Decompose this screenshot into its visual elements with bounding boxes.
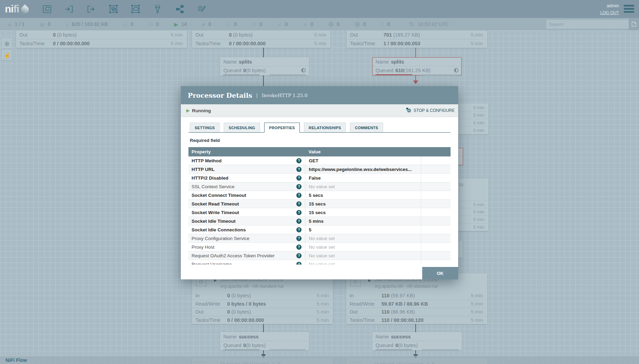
status-item: ? 0 <box>381 21 390 27</box>
status-item: ⊘ 0 <box>149 21 159 27</box>
not-transmitting-icon: ⊘ <box>149 22 153 27</box>
help-icon[interactable]: ? <box>296 236 302 241</box>
status-item: ✔ 0 <box>278 21 288 27</box>
dialog-title: Processor Details <box>188 92 252 99</box>
user-area: admin LOG OUT <box>600 2 619 16</box>
processor-stats-fragment[interactable]: Out 0 (0 bytes) 5 min Tasks/Time 0 / 00:… <box>192 30 330 48</box>
active-threads-icon: ▦ <box>40 22 45 27</box>
droplet-icon <box>19 4 30 15</box>
current-user: admin <box>607 3 619 8</box>
help-icon[interactable]: ? <box>296 245 302 250</box>
status-item: ↑ 0 <box>328 21 340 27</box>
help-icon[interactable]: ? <box>296 175 302 181</box>
gear-icon <box>406 108 412 113</box>
queued-icon: ≡ <box>66 22 69 27</box>
dialog-tabs: SETTINGS SCHEDULING PROPERTIES RELATIONS… <box>188 123 451 133</box>
connection-line[interactable] <box>415 350 416 354</box>
up-to-date-icon: ✔ <box>278 22 282 27</box>
invalid-icon: ⚠ <box>226 22 231 27</box>
running-icon: ▶ <box>174 22 178 27</box>
connection-line[interactable] <box>263 48 264 57</box>
remote-process-group-icon[interactable] <box>130 3 141 15</box>
column-extra <box>421 147 451 156</box>
bulletin-board-button[interactable] <box>629 18 639 30</box>
property-row: Socket Idle Timeout ? 5 mins <box>188 217 451 226</box>
tab[interactable]: COMMENTS <box>350 123 383 133</box>
logout-link[interactable]: LOG OUT <box>600 9 619 16</box>
help-icon[interactable]: ? <box>296 253 302 258</box>
column-value: Value <box>305 147 421 156</box>
connection-label-splits-alert[interactable]: Namesplits Queued610 (161.25 KB) <box>372 57 462 75</box>
nifi-logo: nifi <box>5 3 29 15</box>
tab[interactable]: RELATIONSHIPS <box>304 123 346 133</box>
navigate-palette-button[interactable]: ◎ <box>2 39 12 48</box>
stale-icon: ↑ <box>328 22 334 27</box>
search-input[interactable] <box>546 20 629 29</box>
status-item: ◎ 0 <box>123 21 133 27</box>
connection-line[interactable] <box>263 324 264 332</box>
flow-status-bar: ◈ 1 / 1 ▦ 0 ≡ 620 / 163.82 KB ◎ 0 <box>0 18 639 30</box>
run-state: ▶ Running <box>186 108 211 113</box>
processor-jolttransformjson-right[interactable]: ⟳ ▶ JoltTransformJSON 1.25.0 org.apache.… <box>346 274 487 324</box>
help-icon[interactable]: ? <box>296 219 302 224</box>
connection-label-splits[interactable]: Namesplits Queued0 (0 bytes) <box>220 57 309 75</box>
sync-failure-icon: ? <box>381 22 384 27</box>
tab[interactable]: SCHEDULING <box>224 123 260 133</box>
stop-and-configure-button[interactable]: STOP & CONFIGURE <box>406 108 455 113</box>
help-icon[interactable]: ? <box>296 227 302 232</box>
property-row: HTTP Method ? GET <box>188 156 451 165</box>
connection-arrow <box>413 80 418 84</box>
help-icon[interactable]: ? <box>296 201 302 207</box>
help-icon[interactable]: ? <box>296 158 302 163</box>
template-icon[interactable] <box>174 3 186 15</box>
help-icon[interactable]: ? <box>296 184 302 189</box>
status-item: ▶ 14 <box>174 21 187 27</box>
processor-icon[interactable] <box>41 3 53 15</box>
status-item: ▦ 0 <box>40 21 50 27</box>
status-item: ↯ 0 <box>252 21 262 27</box>
connection-line[interactable] <box>263 75 264 86</box>
connection-line[interactable] <box>415 75 416 80</box>
connection-label-fragment[interactable] <box>458 242 462 258</box>
processor-stats-fragment[interactable]: Out 701 (185.27 KB) 5 min Tasks/Time 1 /… <box>347 30 487 48</box>
processor-jolttransformjson-left[interactable]: ⟳ ▶ JoltTransformJSON 1.25.0 org.apache.… <box>192 274 333 324</box>
tab[interactable]: SETTINGS <box>190 123 220 133</box>
funnel-icon[interactable] <box>152 3 164 15</box>
connection-line[interactable] <box>263 350 264 354</box>
process-group-icon[interactable] <box>108 3 119 15</box>
input-port-icon[interactable] <box>63 3 75 15</box>
help-icon[interactable]: ? <box>296 262 302 265</box>
property-row: Socket Idle Connections ? 5 <box>188 226 451 234</box>
dialog-status-row: ▶ Running STOP & CONFIGURE <box>181 104 458 117</box>
help-icon[interactable]: ? <box>296 167 302 172</box>
property-row: SSL Context Service ? No value set <box>188 182 451 191</box>
breadcrumb: NiFi Flow <box>0 356 639 364</box>
locally-modified-stale-icon: ! <box>355 22 360 27</box>
help-icon[interactable]: ? <box>296 193 302 198</box>
last-refreshed-time: 16:52:42 UTC <box>418 21 449 27</box>
connection-line[interactable] <box>415 48 416 57</box>
status-item: ◈ 1 / 1 <box>8 21 25 27</box>
clustered-nodes-icon: ◈ <box>8 22 12 27</box>
processor-stats-fragment[interactable]: 5 min 5 min 5 min 5 min <box>458 104 488 134</box>
status-item: ∗ 0 <box>303 21 313 27</box>
ok-button[interactable]: OK <box>422 267 458 279</box>
property-row: Proxy Configuration Service ? No value s… <box>188 234 451 243</box>
processor-fragment[interactable]: ta 5 min 5 min 5 min 5 min <box>458 179 488 231</box>
property-row: HTTP URL ? https://www.pegelonline.wsv.d… <box>188 165 451 174</box>
label-icon[interactable] <box>196 3 208 15</box>
processor-details-dialog: Processor Details | InvokeHTTP 1.25.0 ▶ … <box>181 86 458 279</box>
refresh-icon[interactable]: ↻ <box>409 21 414 28</box>
connection-label-success[interactable]: Namesuccess Queued0 (0 bytes) <box>372 332 462 350</box>
connection-line[interactable] <box>415 324 416 332</box>
connection-label-success[interactable]: Namesuccess Queued0 (0 bytes) <box>220 332 309 350</box>
global-menu-icon[interactable] <box>624 5 634 14</box>
breadcrumb-root[interactable]: NiFi Flow <box>6 357 27 363</box>
help-icon[interactable]: ? <box>296 210 302 215</box>
status-item: ! 0 <box>355 21 366 27</box>
output-port-icon[interactable] <box>85 3 97 15</box>
tab[interactable]: PROPERTIES <box>264 123 300 133</box>
connection-label-fragment[interactable] <box>458 148 463 165</box>
operate-palette-button[interactable]: ☝ <box>2 50 12 60</box>
processor-stats-fragment[interactable]: Out 0 (0 bytes) 5 min Tasks/Time 0 / 00:… <box>16 30 187 48</box>
